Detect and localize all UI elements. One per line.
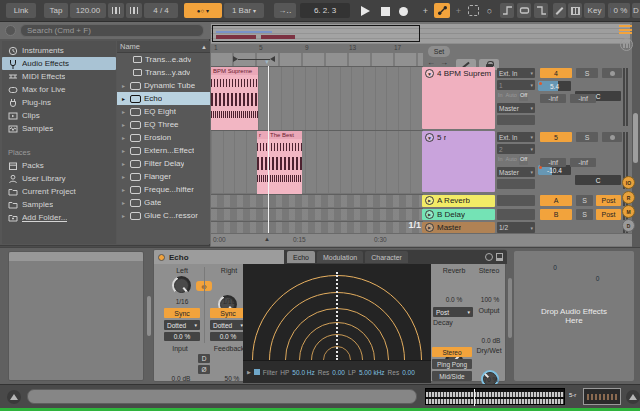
status-left-toggle[interactable] — [7, 390, 21, 404]
track2-activator[interactable]: 5 — [540, 132, 572, 142]
right-sync-button[interactable]: Sync — [210, 308, 246, 318]
expand-arrow-icon[interactable]: ▸ — [120, 95, 127, 102]
list-item[interactable]: ▸Freque...hifter — [117, 183, 210, 196]
time-signature-field[interactable]: 4 / 4 — [144, 3, 178, 18]
feedback-phase-button[interactable]: Ø — [198, 365, 210, 374]
follow-button[interactable]: →‥ — [274, 3, 296, 18]
stop-button[interactable] — [378, 3, 392, 19]
return-a-io[interactable] — [497, 195, 535, 206]
clip-thumbnail[interactable] — [583, 388, 621, 405]
track1-arm-button[interactable] — [602, 68, 622, 78]
list-item-selected[interactable]: ▸Echo — [117, 92, 210, 105]
output-gain-value[interactable]: 0.0 dB — [472, 336, 510, 344]
link-button[interactable]: Link — [6, 3, 36, 18]
record-button[interactable] — [396, 3, 410, 19]
expand-arrow-icon[interactable]: ▸ — [120, 212, 127, 219]
track-expand-toggle-icon[interactable] — [620, 38, 633, 51]
left-offset-field[interactable]: 0.0 % — [164, 332, 200, 341]
clip-the-best[interactable]: The Best — [268, 131, 302, 194]
left-time-value[interactable]: 1/16 — [168, 297, 196, 306]
track2-send-b-field[interactable]: -inf — [570, 158, 596, 167]
sidebar-item-samples[interactable]: Samples — [2, 122, 116, 135]
nudge-up-button[interactable] — [126, 3, 142, 18]
master-header[interactable]: ▶ Master — [422, 222, 495, 233]
list-item[interactable]: ▸Extern...Effect — [117, 144, 210, 157]
list-item[interactable]: ▸Glue C...ressor — [117, 209, 210, 222]
device-title-bar[interactable]: Echo — [154, 250, 284, 264]
punch-out-button[interactable] — [534, 3, 548, 18]
sidebar-item-max-for-live[interactable]: Max for Live — [2, 83, 116, 96]
list-item[interactable]: ▸EQ Three — [117, 118, 210, 131]
track1-solo-button[interactable]: S — [576, 68, 598, 78]
filter-expand-icon[interactable]: ▶ — [247, 369, 251, 375]
computer-midi-keyboard-button[interactable] — [568, 3, 582, 18]
res1-value[interactable]: 0.00 — [332, 369, 345, 376]
track1-monitor-switch[interactable]: InAutoOff — [497, 92, 535, 101]
track1-input-channel[interactable]: 1▾ — [497, 80, 535, 90]
master-output-routing[interactable]: 1/2▾ — [497, 222, 535, 233]
right-offset-field[interactable]: 0.0 % — [210, 332, 246, 341]
track2-lane[interactable]: r The Best — [211, 130, 423, 193]
return-a-solo-button[interactable]: S — [576, 195, 593, 206]
play-button[interactable] — [356, 3, 374, 19]
left-time-knob[interactable] — [172, 276, 191, 295]
channel-mode-stereo-button[interactable]: Stereo — [432, 347, 472, 357]
nudge-down-button[interactable] — [108, 3, 124, 18]
mixer-section-toggle[interactable]: M — [622, 205, 635, 218]
channel-mode-midside-button[interactable]: Mid/Side — [432, 371, 472, 381]
automation-arm-button[interactable] — [434, 3, 450, 18]
tab-modulation[interactable]: Modulation — [317, 251, 363, 263]
returns-section-toggle[interactable]: R — [622, 191, 635, 204]
echo-tunnel-visualization[interactable]: ▶ Filter HP 50.0 Hz Res 0.00 LP 5.00 kHz… — [243, 264, 431, 383]
track1-output-channel[interactable] — [497, 115, 535, 125]
arrangement-position-display[interactable]: 6. 2. 3 — [300, 3, 350, 18]
res2-value[interactable]: 0.00 — [402, 369, 415, 376]
hot-swap-icon[interactable] — [485, 253, 493, 261]
key-map-button[interactable]: Key — [584, 3, 605, 18]
list-item[interactable]: ▸Erosion — [117, 131, 210, 144]
return-b-header[interactable]: ▶ B Delay — [422, 209, 495, 220]
set-locator-button[interactable]: Set — [428, 46, 450, 57]
device-chain-scrollbar[interactable] — [508, 278, 512, 338]
loop-switch-button[interactable] — [517, 3, 531, 18]
input-gain-value[interactable]: 0.0 dB — [166, 374, 196, 382]
left-sync-mode-menu[interactable]: Dotted▾ — [164, 320, 200, 330]
session-record-button[interactable]: ○ — [483, 3, 496, 18]
return-b-io[interactable] — [497, 209, 535, 220]
hp-value[interactable]: 50.0 Hz — [292, 369, 314, 376]
list-item[interactable]: ▸EQ Eight — [117, 105, 210, 118]
return-b-activator[interactable]: B — [540, 209, 572, 220]
left-sync-button[interactable]: Sync — [164, 308, 200, 318]
track2-arm-button[interactable] — [602, 132, 622, 142]
prev-locator-button[interactable]: ← — [427, 58, 435, 67]
return-a-header[interactable]: ▶ A Reverb — [422, 195, 495, 207]
reenable-automation-button[interactable]: + — [453, 3, 464, 18]
right-sync-mode-menu[interactable]: Dotted▾ — [210, 320, 246, 330]
track1-input-routing[interactable]: Ext. In▾ — [497, 68, 535, 78]
dry-wet-value[interactable]: 70 % — [474, 375, 508, 383]
sidebar-item-user-library[interactable]: User Library — [2, 172, 116, 185]
list-item[interactable]: Trans...y.adv — [117, 66, 210, 79]
channel-mode-pingpong-button[interactable]: Ping Pong — [432, 359, 472, 369]
sidebar-item-plugins[interactable]: Plug-ins — [2, 96, 116, 109]
clip-bpm-supreme[interactable]: BPM Supreme — [211, 67, 258, 131]
feedback-d-button[interactable]: D — [198, 354, 210, 363]
master-lane[interactable] — [211, 221, 423, 233]
tempo-field[interactable]: 120.00 — [70, 3, 106, 18]
tap-tempo-button[interactable]: Tap — [44, 3, 68, 18]
expand-arrow-icon[interactable]: ▸ — [120, 186, 127, 193]
track1-send-b-field[interactable]: -inf — [570, 94, 596, 103]
sidebar-item-audio-effects[interactable]: Audio Effects — [2, 57, 116, 70]
track-fold-icon[interactable]: ▼ — [425, 69, 434, 78]
lp-value[interactable]: 5.00 kHz — [359, 369, 385, 376]
reverb-position-menu[interactable]: Post▾ — [433, 307, 473, 317]
sidebar-item-instruments[interactable]: Instruments — [2, 44, 116, 57]
punch-in-button[interactable] — [500, 3, 514, 18]
expand-arrow-icon[interactable]: ▸ — [120, 134, 127, 141]
delay-section-toggle[interactable]: D — [622, 219, 635, 232]
vertical-scrollbar[interactable] — [633, 113, 638, 163]
track2-output-routing[interactable]: Master▾ — [497, 167, 535, 177]
status-right-toggle[interactable] — [626, 390, 640, 404]
sidebar-item-packs[interactable]: Packs — [2, 159, 116, 172]
right-time-value[interactable]: 1/16 — [215, 297, 243, 306]
